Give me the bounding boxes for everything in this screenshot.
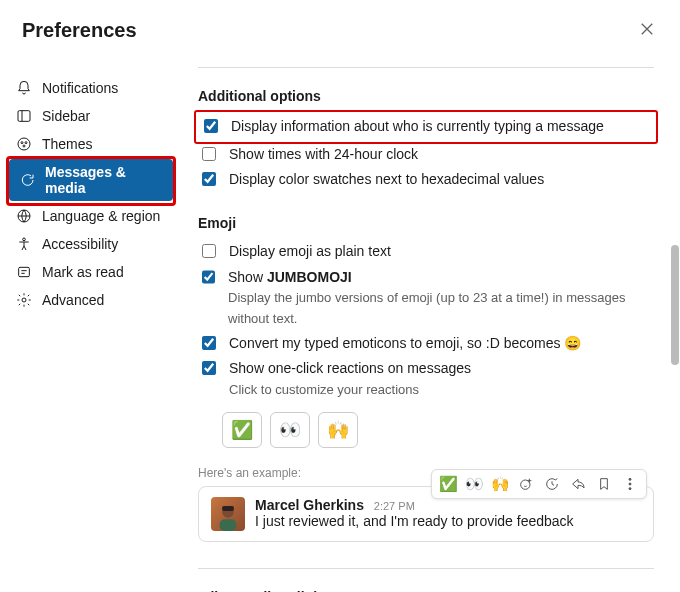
option-typing-indicator[interactable]: Display information about who is current… (200, 114, 652, 140)
sidebar-item-mark-as-read[interactable]: Mark as read (6, 259, 176, 285)
section-additional-options: Additional options (198, 88, 654, 104)
message-actions-toolbar: ✅ 👀 🙌 (431, 469, 647, 499)
option-label: Show JUMBOMOJI Display the jumbo version… (228, 267, 654, 329)
option-label: Display information about who is current… (231, 116, 604, 138)
option-label: Display color swatches next to hexadecim… (229, 169, 544, 191)
checkbox-jumbomoji[interactable] (202, 270, 215, 284)
sidebar-item-label: Mark as read (42, 264, 124, 280)
example-message: ✅ 👀 🙌 Marcel Gherkins 2:27 PM I just rev… (198, 486, 654, 542)
checkbox-typing[interactable] (204, 119, 218, 133)
checkbox-oneclick[interactable] (202, 361, 216, 375)
close-icon (640, 22, 654, 36)
option-label: Convert my typed emoticons to emoji, so … (229, 333, 581, 355)
scrollbar-thumb[interactable] (671, 245, 679, 365)
messages-icon (19, 172, 35, 188)
action-react-check[interactable]: ✅ (438, 474, 458, 494)
action-thread[interactable] (542, 474, 562, 494)
action-more[interactable] (620, 474, 640, 494)
svg-point-2 (21, 142, 23, 144)
checkbox-emoji-plain[interactable] (202, 244, 216, 258)
globe-icon (16, 208, 32, 224)
sidebar: Notifications Sidebar Themes Messages & … (0, 55, 182, 592)
themes-icon (16, 136, 32, 152)
page-title: Preferences (22, 19, 137, 42)
action-share[interactable] (568, 474, 588, 494)
svg-point-11 (629, 483, 631, 485)
svg-rect-7 (19, 267, 30, 276)
option-label: Display emoji as plain text (229, 241, 391, 263)
option-emoji-plain[interactable]: Display emoji as plain text (198, 239, 654, 265)
scrollbar[interactable] (670, 65, 680, 592)
sidebar-item-notifications[interactable]: Notifications (6, 75, 176, 101)
option-sublabel: Display the jumbo versions of emoji (up … (228, 288, 654, 328)
sidebar-item-label: Advanced (42, 292, 104, 308)
message-author: Marcel Gherkins (255, 497, 364, 513)
svg-point-10 (629, 479, 631, 481)
checkbox-swatches[interactable] (202, 172, 216, 186)
svg-point-4 (23, 145, 25, 147)
svg-point-9 (521, 480, 530, 489)
gear-icon (16, 292, 32, 308)
action-bookmark[interactable] (594, 474, 614, 494)
sidebar-item-advanced[interactable]: Advanced (6, 287, 176, 313)
sidebar-icon (16, 108, 32, 124)
svg-rect-14 (220, 520, 237, 532)
action-react-hands[interactable]: 🙌 (490, 474, 510, 494)
close-button[interactable] (636, 16, 658, 45)
svg-rect-0 (18, 111, 30, 122)
svg-point-3 (25, 142, 27, 144)
svg-point-1 (18, 138, 30, 150)
sidebar-item-themes[interactable]: Themes (6, 131, 176, 157)
reaction-button-check[interactable]: ✅ (222, 412, 262, 448)
sidebar-item-language-region[interactable]: Language & region (6, 203, 176, 229)
sidebar-item-label: Sidebar (42, 108, 90, 124)
reaction-buttons: ✅ 👀 🙌 (222, 412, 654, 448)
sidebar-item-label: Accessibility (42, 236, 118, 252)
sidebar-item-label: Messages & media (45, 164, 163, 196)
avatar (211, 497, 245, 531)
action-react-eyes[interactable]: 👀 (464, 474, 484, 494)
option-color-swatches[interactable]: Display color swatches next to hexadecim… (198, 167, 654, 193)
sidebar-item-accessibility[interactable]: Accessibility (6, 231, 176, 257)
svg-rect-15 (222, 506, 234, 511)
sidebar-item-sidebar[interactable]: Sidebar (6, 103, 176, 129)
option-convert-emoticons[interactable]: Convert my typed emoticons to emoji, so … (198, 331, 654, 357)
option-label: Show one-click reactions on messages Cli… (229, 358, 471, 400)
divider (198, 67, 654, 68)
main-panel: Additional options Display information a… (182, 55, 680, 592)
bell-icon (16, 80, 32, 96)
message-time: 2:27 PM (374, 500, 415, 512)
sidebar-item-messages-media[interactable]: Messages & media (9, 159, 173, 201)
action-add-reaction[interactable] (516, 474, 536, 494)
svg-point-8 (22, 298, 26, 302)
svg-point-6 (23, 238, 26, 241)
mark-read-icon (16, 264, 32, 280)
sidebar-item-label: Themes (42, 136, 93, 152)
checkbox-24h[interactable] (202, 147, 216, 161)
section-emoji: Emoji (198, 215, 654, 231)
sidebar-item-label: Notifications (42, 80, 118, 96)
option-one-click-reactions[interactable]: Show one-click reactions on messages Cli… (198, 356, 654, 402)
sidebar-item-label: Language & region (42, 208, 160, 224)
option-jumbomoji[interactable]: Show JUMBOMOJI Display the jumbo version… (198, 265, 654, 331)
accessibility-icon (16, 236, 32, 252)
divider (198, 568, 654, 569)
reaction-button-eyes[interactable]: 👀 (270, 412, 310, 448)
option-label: Show times with 24-hour clock (229, 144, 418, 166)
svg-point-12 (629, 488, 631, 490)
reaction-button-hands[interactable]: 🙌 (318, 412, 358, 448)
checkbox-convert[interactable] (202, 336, 216, 350)
option-sublabel: Click to customize your reactions (229, 380, 471, 400)
message-text: I just reviewed it, and I'm ready to pro… (255, 513, 641, 529)
option-24h-clock[interactable]: Show times with 24-hour clock (198, 142, 654, 168)
